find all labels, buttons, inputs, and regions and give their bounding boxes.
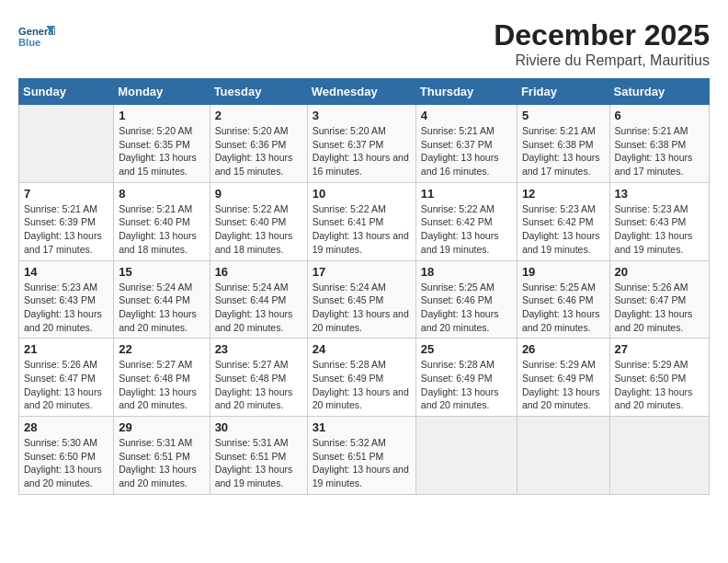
calendar-table: SundayMondayTuesdayWednesdayThursdayFrid… [18,78,710,495]
title-section: December 2025 Riviere du Rempart, Maurit… [494,18,710,69]
day-number: 15 [119,265,204,279]
calendar-header-thursday: Thursday [415,79,517,105]
calendar-header-friday: Friday [517,79,609,105]
day-number: 9 [215,187,302,201]
day-info: Sunrise: 5:23 AMSunset: 6:42 PMDaylight:… [522,202,605,257]
calendar-week-row: 28Sunrise: 5:30 AMSunset: 6:50 PMDayligh… [19,417,710,495]
day-info: Sunrise: 5:23 AMSunset: 6:43 PMDaylight:… [615,202,704,257]
day-info: Sunrise: 5:27 AMSunset: 6:48 PMDaylight:… [215,358,302,412]
day-number: 14 [24,265,108,279]
day-info: Sunrise: 5:20 AMSunset: 6:37 PMDaylight:… [313,124,411,178]
day-number: 1 [119,109,204,122]
day-info: Sunrise: 5:22 AMSunset: 6:41 PMDaylight:… [313,202,411,257]
day-number: 21 [24,342,108,356]
day-number: 6 [615,109,704,122]
day-info: Sunrise: 5:32 AMSunset: 6:51 PMDaylight:… [313,436,411,490]
day-number: 20 [615,265,704,279]
day-info: Sunrise: 5:21 AMSunset: 6:37 PMDaylight:… [421,124,512,178]
day-number: 17 [313,265,411,279]
calendar-cell: 29Sunrise: 5:31 AMSunset: 6:51 PMDayligh… [114,417,210,495]
day-number: 2 [215,109,302,122]
calendar-cell: 21Sunrise: 5:26 AMSunset: 6:47 PMDayligh… [19,339,114,417]
subtitle: Riviere du Rempart, Mauritius [494,52,710,69]
day-info: Sunrise: 5:28 AMSunset: 6:49 PMDaylight:… [421,358,512,412]
day-number: 8 [119,187,204,201]
day-info: Sunrise: 5:25 AMSunset: 6:46 PMDaylight:… [522,281,605,335]
calendar-cell [19,105,114,183]
day-info: Sunrise: 5:21 AMSunset: 6:38 PMDaylight:… [522,124,605,178]
calendar-header-wednesday: Wednesday [307,79,415,105]
calendar-cell: 23Sunrise: 5:27 AMSunset: 6:48 PMDayligh… [210,339,307,417]
day-number: 22 [119,342,204,356]
calendar-week-row: 1Sunrise: 5:20 AMSunset: 6:35 PMDaylight… [19,105,710,183]
day-info: Sunrise: 5:26 AMSunset: 6:47 PMDaylight:… [615,281,704,335]
calendar-week-row: 14Sunrise: 5:23 AMSunset: 6:43 PMDayligh… [19,260,710,339]
day-info: Sunrise: 5:20 AMSunset: 6:36 PMDaylight:… [215,124,302,178]
calendar-cell: 28Sunrise: 5:30 AMSunset: 6:50 PMDayligh… [19,417,114,495]
calendar-week-row: 21Sunrise: 5:26 AMSunset: 6:47 PMDayligh… [19,339,710,417]
calendar-cell: 8Sunrise: 5:21 AMSunset: 6:40 PMDaylight… [114,182,210,260]
day-number: 25 [421,342,512,356]
day-info: Sunrise: 5:24 AMSunset: 6:45 PMDaylight:… [313,281,411,335]
day-number: 29 [119,420,204,434]
day-number: 30 [215,420,302,434]
day-info: Sunrise: 5:25 AMSunset: 6:46 PMDaylight:… [421,281,512,335]
day-number: 23 [215,342,302,356]
main-title: December 2025 [494,18,710,52]
day-info: Sunrise: 5:29 AMSunset: 6:50 PMDaylight:… [615,358,704,412]
day-number: 13 [615,187,704,201]
logo-icon: General Blue [18,18,55,55]
calendar-cell: 17Sunrise: 5:24 AMSunset: 6:45 PMDayligh… [307,260,415,339]
day-info: Sunrise: 5:23 AMSunset: 6:43 PMDaylight:… [24,281,108,335]
calendar-cell: 30Sunrise: 5:31 AMSunset: 6:51 PMDayligh… [210,417,307,495]
svg-text:Blue: Blue [18,37,40,48]
day-info: Sunrise: 5:21 AMSunset: 6:40 PMDaylight:… [119,202,204,257]
day-info: Sunrise: 5:21 AMSunset: 6:38 PMDaylight:… [615,124,704,178]
calendar-cell: 7Sunrise: 5:21 AMSunset: 6:39 PMDaylight… [19,182,114,260]
day-info: Sunrise: 5:29 AMSunset: 6:49 PMDaylight:… [522,358,605,412]
day-number: 5 [522,109,605,122]
calendar-cell: 24Sunrise: 5:28 AMSunset: 6:49 PMDayligh… [307,339,415,417]
day-info: Sunrise: 5:22 AMSunset: 6:40 PMDaylight:… [215,202,302,257]
day-number: 26 [522,342,605,356]
day-number: 19 [522,265,605,279]
day-number: 3 [313,109,411,122]
calendar-cell: 5Sunrise: 5:21 AMSunset: 6:38 PMDaylight… [517,105,609,183]
day-number: 31 [313,420,411,434]
calendar-cell: 14Sunrise: 5:23 AMSunset: 6:43 PMDayligh… [19,260,114,339]
calendar-header-saturday: Saturday [609,79,709,105]
day-info: Sunrise: 5:22 AMSunset: 6:42 PMDaylight:… [421,202,512,257]
calendar-cell: 10Sunrise: 5:22 AMSunset: 6:41 PMDayligh… [307,182,415,260]
calendar-cell [517,417,609,495]
day-number: 11 [421,187,512,201]
day-info: Sunrise: 5:21 AMSunset: 6:39 PMDaylight:… [24,202,108,257]
calendar-cell: 22Sunrise: 5:27 AMSunset: 6:48 PMDayligh… [114,339,210,417]
day-info: Sunrise: 5:26 AMSunset: 6:47 PMDaylight:… [24,358,108,412]
calendar-header-monday: Monday [114,79,210,105]
calendar-week-row: 7Sunrise: 5:21 AMSunset: 6:39 PMDaylight… [19,182,710,260]
calendar-cell: 31Sunrise: 5:32 AMSunset: 6:51 PMDayligh… [307,417,415,495]
day-number: 7 [24,187,108,201]
day-info: Sunrise: 5:24 AMSunset: 6:44 PMDaylight:… [119,281,204,335]
calendar-header-row: SundayMondayTuesdayWednesdayThursdayFrid… [19,79,710,105]
day-number: 10 [313,187,411,201]
calendar-cell: 19Sunrise: 5:25 AMSunset: 6:46 PMDayligh… [517,260,609,339]
calendar-cell: 20Sunrise: 5:26 AMSunset: 6:47 PMDayligh… [609,260,709,339]
calendar-cell: 4Sunrise: 5:21 AMSunset: 6:37 PMDaylight… [415,105,517,183]
calendar-cell: 13Sunrise: 5:23 AMSunset: 6:43 PMDayligh… [609,182,709,260]
calendar-cell [415,417,517,495]
calendar-header-sunday: Sunday [19,79,114,105]
day-info: Sunrise: 5:30 AMSunset: 6:50 PMDaylight:… [24,436,108,490]
day-number: 27 [615,342,704,356]
day-number: 28 [24,420,108,434]
calendar-cell: 18Sunrise: 5:25 AMSunset: 6:46 PMDayligh… [415,260,517,339]
day-number: 4 [421,109,512,122]
calendar-cell: 1Sunrise: 5:20 AMSunset: 6:35 PMDaylight… [114,105,210,183]
day-number: 12 [522,187,605,201]
day-info: Sunrise: 5:31 AMSunset: 6:51 PMDaylight:… [215,436,302,490]
day-info: Sunrise: 5:24 AMSunset: 6:44 PMDaylight:… [215,281,302,335]
day-info: Sunrise: 5:27 AMSunset: 6:48 PMDaylight:… [119,358,204,412]
calendar-cell [609,417,709,495]
calendar-cell: 27Sunrise: 5:29 AMSunset: 6:50 PMDayligh… [609,339,709,417]
calendar-cell: 3Sunrise: 5:20 AMSunset: 6:37 PMDaylight… [307,105,415,183]
